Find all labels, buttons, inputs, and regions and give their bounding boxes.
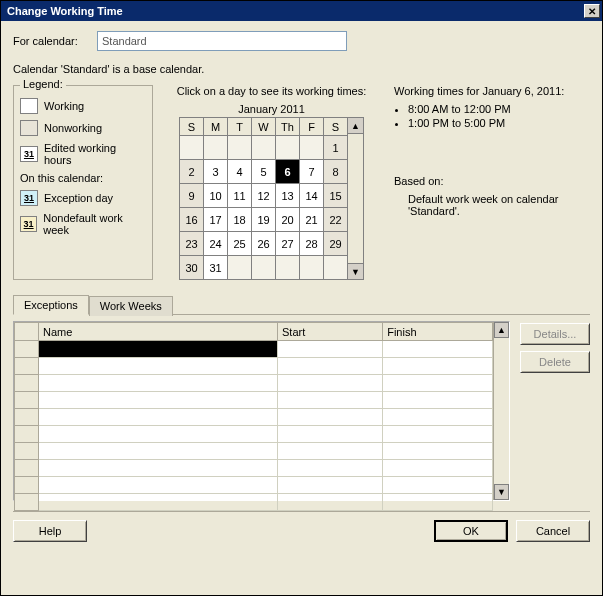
cell-finish[interactable] [383,392,493,409]
exceptions-table[interactable]: Name Start Finish [14,322,493,511]
help-button[interactable]: Help [13,520,87,542]
cell-name[interactable] [39,460,278,477]
tab-strip: Exceptions Work Weeks [13,294,590,315]
day-cell[interactable]: 12 [252,184,276,208]
cell-start[interactable] [278,358,383,375]
scroll-up-icon[interactable]: ▲ [348,118,363,134]
day-cell[interactable]: 25 [228,232,252,256]
table-scroll-down-icon[interactable]: ▼ [494,484,509,500]
cell-finish[interactable] [383,477,493,494]
day-cell[interactable]: 20 [276,208,300,232]
table-row[interactable] [15,409,493,426]
day-cell[interactable]: 13 [276,184,300,208]
table-row[interactable] [15,494,493,511]
day-cell[interactable]: 9 [180,184,204,208]
table-row[interactable] [15,443,493,460]
tab-exceptions[interactable]: Exceptions [13,295,89,315]
day-cell[interactable]: 15 [324,184,348,208]
table-scrollbar[interactable]: ▲ ▼ [493,322,509,500]
day-cell[interactable]: 16 [180,208,204,232]
cell-name[interactable] [39,392,278,409]
scroll-down-icon[interactable]: ▼ [348,263,363,279]
row-header [15,392,39,409]
cell-name[interactable] [39,494,278,511]
table-scroll-up-icon[interactable]: ▲ [494,322,509,338]
delete-button[interactable]: Delete [520,351,590,373]
table-row[interactable] [15,358,493,375]
cell-start[interactable] [278,341,383,358]
cell-start[interactable] [278,392,383,409]
cancel-button[interactable]: Cancel [516,520,590,542]
calendar-select[interactable]: Standard [97,31,347,51]
day-cell[interactable]: 11 [228,184,252,208]
cell-start[interactable] [278,460,383,477]
cell-name[interactable] [39,443,278,460]
day-cell[interactable]: 21 [300,208,324,232]
day-cell[interactable]: 7 [300,160,324,184]
empty-cell [300,256,324,280]
day-cell[interactable]: 30 [180,256,204,280]
day-cell[interactable]: 17 [204,208,228,232]
cell-name[interactable] [39,341,278,358]
day-cell[interactable]: 2 [180,160,204,184]
day-cell[interactable]: 28 [300,232,324,256]
ok-button[interactable]: OK [434,520,508,542]
cell-start[interactable] [278,409,383,426]
table-row[interactable] [15,426,493,443]
day-cell[interactable]: 6 [276,160,300,184]
calendar-scrollbar[interactable]: ▲ ▼ [348,117,364,280]
day-cell[interactable]: 14 [300,184,324,208]
details-button[interactable]: Details... [520,323,590,345]
day-cell[interactable]: 1 [324,136,348,160]
cell-start[interactable] [278,426,383,443]
tab-workweeks[interactable]: Work Weeks [89,296,173,316]
cell-finish[interactable] [383,375,493,392]
table-row[interactable] [15,460,493,477]
col-start[interactable]: Start [278,323,383,341]
cell-start[interactable] [278,477,383,494]
table-row[interactable] [15,375,493,392]
day-cell[interactable]: 18 [228,208,252,232]
day-cell[interactable]: 23 [180,232,204,256]
cell-finish[interactable] [383,443,493,460]
legend-box: Legend: Working Nonworking 31 Edited wor… [13,85,153,280]
cell-name[interactable] [39,375,278,392]
day-cell[interactable]: 5 [252,160,276,184]
col-finish[interactable]: Finish [383,323,493,341]
col-name[interactable]: Name [39,323,278,341]
cell-finish[interactable] [383,341,493,358]
legend-nondefault: Nondefault work week [43,212,146,236]
cell-finish[interactable] [383,409,493,426]
cell-start[interactable] [278,443,383,460]
day-cell[interactable]: 19 [252,208,276,232]
cell-finish[interactable] [383,426,493,443]
day-cell[interactable]: 26 [252,232,276,256]
day-cell[interactable]: 31 [204,256,228,280]
cell-start[interactable] [278,494,383,511]
cell-finish[interactable] [383,494,493,511]
row-header [15,443,39,460]
exception-swatch-icon: 31 [20,190,38,206]
table-row[interactable] [15,392,493,409]
cell-finish[interactable] [383,358,493,375]
day-cell[interactable]: 29 [324,232,348,256]
table-row[interactable] [15,477,493,494]
cell-name[interactable] [39,426,278,443]
table-row[interactable] [15,341,493,358]
cell-name[interactable] [39,358,278,375]
day-cell[interactable]: 27 [276,232,300,256]
day-cell[interactable]: 8 [324,160,348,184]
cell-name[interactable] [39,477,278,494]
day-cell[interactable]: 3 [204,160,228,184]
cell-finish[interactable] [383,460,493,477]
cell-name[interactable] [39,409,278,426]
row-header [15,358,39,375]
day-cell[interactable]: 24 [204,232,228,256]
cell-start[interactable] [278,375,383,392]
legend-working: Working [44,100,84,112]
day-cell[interactable]: 4 [228,160,252,184]
dow-header: S [324,118,348,136]
day-cell[interactable]: 22 [324,208,348,232]
close-button[interactable]: ✕ [584,4,600,18]
day-cell[interactable]: 10 [204,184,228,208]
